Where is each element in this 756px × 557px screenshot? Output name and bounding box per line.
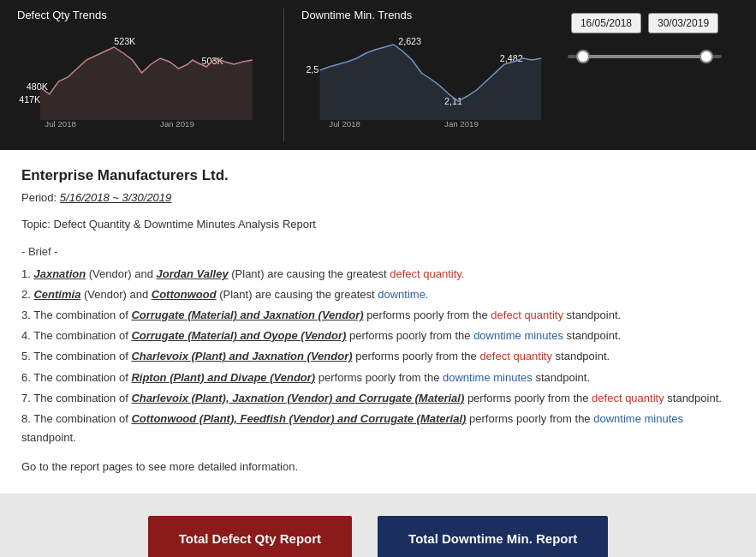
brief-label: - Brief -: [21, 243, 735, 261]
svg-text:Jul 2018: Jul 2018: [329, 120, 360, 129]
chart-divider: [283, 9, 284, 141]
period-label: Period:: [21, 191, 57, 204]
brief-item-2: 2. Centimia (Vendor) and Cottonwood (Pla…: [21, 285, 735, 304]
jordan-valley-label: Jordan Valley: [157, 267, 229, 280]
svg-text:417K: 417K: [19, 95, 40, 105]
jaxnation-label: Jaxnation: [33, 267, 86, 280]
downtime-label-6: downtime minutes: [443, 371, 533, 384]
brief-item-8: 8. The combination of Cottonwood (Plant)…: [21, 410, 735, 447]
chart-area: Defect Qty Trends 480K 417K 523K 503K Ju…: [0, 0, 756, 150]
defect-chart-title: Defect Qty Trends: [17, 9, 266, 21]
svg-text:2,5: 2,5: [306, 65, 318, 75]
combo-8: Cottonwood (Plant), Feedfish (Vendor) an…: [131, 412, 466, 425]
combo-5: Charlevoix (Plant) and Jaxnation (Vendor…: [131, 350, 352, 362]
main-content: Enterprise Manufacturers Ltd. Period: 5/…: [0, 150, 756, 494]
combo-6: Ripton (Plant) and Divape (Vendor): [131, 371, 315, 384]
brief-item-7: 7. The combination of Charlevoix (Plant)…: [21, 389, 735, 408]
brief-item-6: 6. The combination of Ripton (Plant) and…: [21, 368, 735, 387]
slider-right-thumb[interactable]: [699, 50, 713, 63]
brief-item-5: 5. The combination of Charlevoix (Plant)…: [21, 347, 735, 366]
brief-section: - Brief - 1. Jaxnation (Vendor) and Jord…: [21, 243, 735, 476]
downtime-chart-container: Downtime Min. Trends 2,5 2,623 2,11 2,48…: [301, 9, 551, 141]
centimia-label: Centimia: [33, 288, 80, 301]
downtime-label-4: downtime minutes: [473, 329, 563, 342]
combo-3: Corrugate (Material) and Jaxnation (Vend…: [131, 308, 363, 321]
defect-chart-canvas: 480K 417K 523K 503K Jul 2018 Jan 2019: [17, 26, 266, 129]
brief-item-3: 3. The combination of Corrugate (Materia…: [21, 306, 735, 325]
combo-7: Charlevoix (Plant), Jaxnation (Vendor) a…: [131, 392, 464, 404]
defect-report-button[interactable]: Total Defect Qty Report: [148, 516, 352, 557]
button-area: Total Defect Qty Report Total Downtime M…: [0, 494, 756, 557]
combo-4: Corrugate (Material) and Oyope (Vendor): [131, 329, 346, 342]
date-range-slider[interactable]: [568, 55, 722, 58]
downtime-label-2: downtime.: [378, 288, 428, 301]
date-badges: 16/05/2018 30/03/2019: [571, 13, 718, 33]
downtime-report-button[interactable]: Total Downtime Min. Report: [378, 516, 608, 557]
goto-line: Go to the report pages to see more detai…: [21, 458, 735, 476]
start-date-badge[interactable]: 16/05/2018: [571, 13, 641, 33]
brief-item-1: 1. Jaxnation (Vendor) and Jordan Valley …: [21, 265, 735, 284]
period-line: Period: 5/16/2018 ~ 3/30/2019: [21, 191, 735, 204]
slider-left-thumb[interactable]: [576, 50, 590, 63]
slider-fill: [585, 55, 705, 58]
date-range-panel: 16/05/2018 30/03/2019: [551, 9, 739, 58]
period-value[interactable]: 5/16/2018 ~ 3/30/2019: [60, 191, 171, 204]
downtime-label-8: downtime minutes: [593, 412, 683, 425]
brief-item-4: 4. The combination of Corrugate (Materia…: [21, 326, 735, 345]
downtime-chart-title: Downtime Min. Trends: [301, 9, 551, 21]
cottonwood-label: Cottonwood: [152, 288, 217, 301]
defect-qty-label-5: defect quantity: [479, 350, 552, 362]
end-date-badge[interactable]: 30/03/2019: [648, 13, 718, 33]
svg-text:Jul 2018: Jul 2018: [45, 120, 76, 129]
downtime-chart-canvas: 2,5 2,623 2,11 2,482 Jul 2018 Jan 2019: [301, 26, 551, 129]
svg-text:Jan 2019: Jan 2019: [444, 120, 479, 129]
topic-value: Defect Quantity & Downtime Minutes Analy…: [54, 218, 316, 231]
defect-qty-label-7: defect quantity: [592, 392, 664, 404]
svg-text:523K: 523K: [114, 37, 135, 46]
topic-line: Topic: Defect Quantity & Downtime Minute…: [21, 218, 735, 231]
company-name: Enterprise Manufacturers Ltd.: [21, 167, 735, 184]
defect-qty-label-1: defect quantity.: [390, 267, 464, 280]
svg-text:Jan 2019: Jan 2019: [160, 120, 194, 129]
svg-text:2,623: 2,623: [398, 37, 421, 46]
defect-qty-label-3: defect quantity: [491, 308, 563, 321]
topic-label: Topic:: [21, 218, 51, 231]
defect-chart-container: Defect Qty Trends 480K 417K 523K 503K Ju…: [17, 9, 266, 141]
